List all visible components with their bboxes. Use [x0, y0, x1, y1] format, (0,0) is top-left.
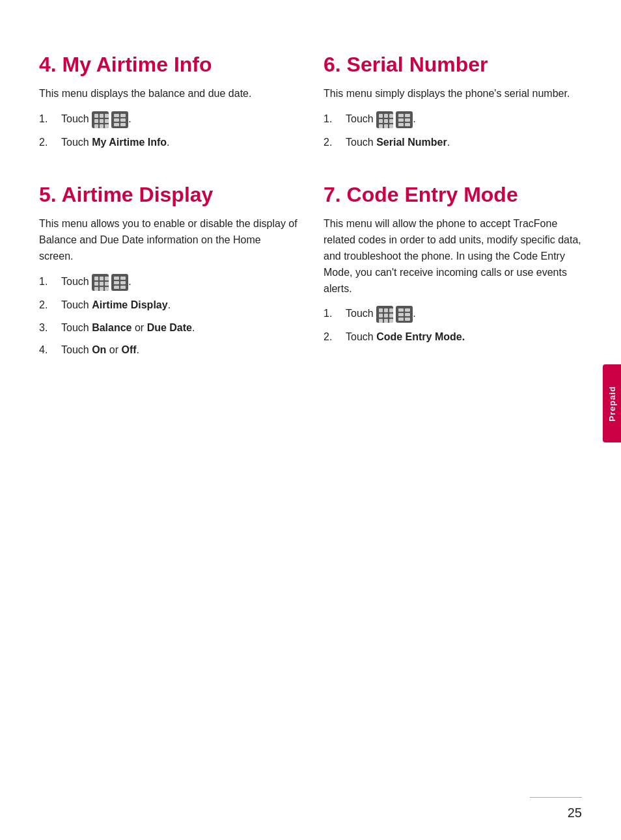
grid-icon-3 [376, 111, 393, 128]
step-num: 2. [324, 135, 343, 151]
step-text: Touch Airtime Display. [61, 297, 171, 314]
step-bold: My Airtime Info [92, 137, 167, 148]
section-code-entry-mode: 7. Code Entry Mode This menu will allow … [324, 182, 582, 345]
icon-inline-1 [92, 111, 128, 128]
page-divider [530, 797, 582, 798]
menu-lines-1 [114, 114, 126, 126]
prepaid-label: Prepaid [607, 386, 617, 422]
section-5-body: This menu allows you to enable or disabl… [39, 216, 297, 264]
step-num: 2. [39, 297, 59, 314]
step-num: 2. [324, 329, 343, 345]
step-num: 1. [324, 111, 343, 128]
step-text: Touch [346, 111, 416, 128]
section-airtime-display: 5. Airtime Display This menu allows you … [39, 182, 297, 359]
section-4-step-1: 1. Touch [39, 111, 297, 128]
icon-inline-2 [92, 274, 128, 291]
grid-dots-3 [379, 114, 393, 128]
menu-icon-3 [396, 111, 413, 128]
step-text: Touch [61, 274, 131, 291]
step-num: 2. [39, 135, 59, 151]
menu-lines-2 [114, 277, 126, 289]
section-6-step-2: 2. Touch Serial Number. [324, 135, 582, 151]
menu-icon-4 [396, 306, 413, 323]
step-bold: Serial Number [376, 137, 447, 148]
step-bold: Due Date [147, 322, 192, 333]
page-number: 25 [568, 806, 582, 820]
menu-icon-2 [111, 274, 128, 291]
page: 4. My Airtime Info This menu displays th… [0, 0, 621, 840]
icon-inline-3 [376, 111, 413, 128]
section-serial-number: 6. Serial Number This menu simply displa… [324, 52, 582, 151]
section-6-title: 6. Serial Number [324, 52, 582, 77]
section-4-step-2: 2. Touch My Airtime Info. [39, 135, 297, 151]
menu-lines-3 [398, 114, 410, 126]
step-text: Touch [61, 111, 131, 128]
section-my-airtime-info: 4. My Airtime Info This menu displays th… [39, 52, 297, 151]
section-7-title: 7. Code Entry Mode [324, 182, 582, 207]
section-5-step-4: 4. Touch On or Off. [39, 342, 297, 359]
step-text: Touch My Airtime Info. [61, 135, 170, 151]
section-5-step-1: 1. Touch [39, 274, 297, 291]
section-5-step-2: 2. Touch Airtime Display. [39, 297, 297, 314]
step-text: Touch Serial Number. [346, 135, 450, 151]
grid-icon-2 [92, 274, 109, 291]
grid-dots-2 [94, 277, 109, 291]
step-num: 1. [39, 274, 59, 290]
step-bold: Airtime Display [92, 299, 167, 310]
step-num: 1. [324, 306, 343, 322]
left-column: 4. My Airtime Info This menu displays th… [39, 52, 297, 390]
menu-lines-4 [398, 308, 410, 321]
step-text: Touch Balance or Due Date. [61, 320, 195, 336]
grid-icon-4 [376, 306, 393, 323]
section-7-body: This menu will allow the phone to accept… [324, 216, 582, 297]
step-bold: Off [121, 344, 136, 355]
section-4-title: 4. My Airtime Info [39, 52, 297, 77]
section-4-body: This menu displays the balance and due d… [39, 86, 297, 102]
right-column: 6. Serial Number This menu simply displa… [324, 52, 582, 390]
step-text: Touch [346, 306, 416, 323]
content-columns: 4. My Airtime Info This menu displays th… [39, 52, 582, 390]
grid-dots-4 [379, 308, 393, 323]
step-num: 1. [39, 111, 59, 128]
menu-icon-1 [111, 111, 128, 128]
section-6-body: This menu simply displays the phone's se… [324, 86, 582, 102]
grid-icon-1 [92, 111, 109, 128]
step-bold: On [92, 344, 106, 355]
section-6-step-1: 1. Touch [324, 111, 582, 128]
grid-dots-1 [94, 114, 109, 128]
step-text: Touch On or Off. [61, 342, 139, 359]
icon-inline-4 [376, 306, 413, 323]
section-5-step-3: 3. Touch Balance or Due Date. [39, 320, 297, 336]
step-bold: Balance [92, 322, 131, 333]
step-num: 3. [39, 320, 59, 336]
step-text: Touch Code Entry Mode. [346, 329, 465, 345]
step-num: 4. [39, 342, 59, 359]
section-5-title: 5. Airtime Display [39, 182, 297, 207]
step-bold: Code Entry Mode. [376, 331, 465, 342]
section-7-step-2: 2. Touch Code Entry Mode. [324, 329, 582, 345]
section-7-step-1: 1. Touch [324, 306, 582, 323]
prepaid-tab: Prepaid [603, 364, 621, 442]
